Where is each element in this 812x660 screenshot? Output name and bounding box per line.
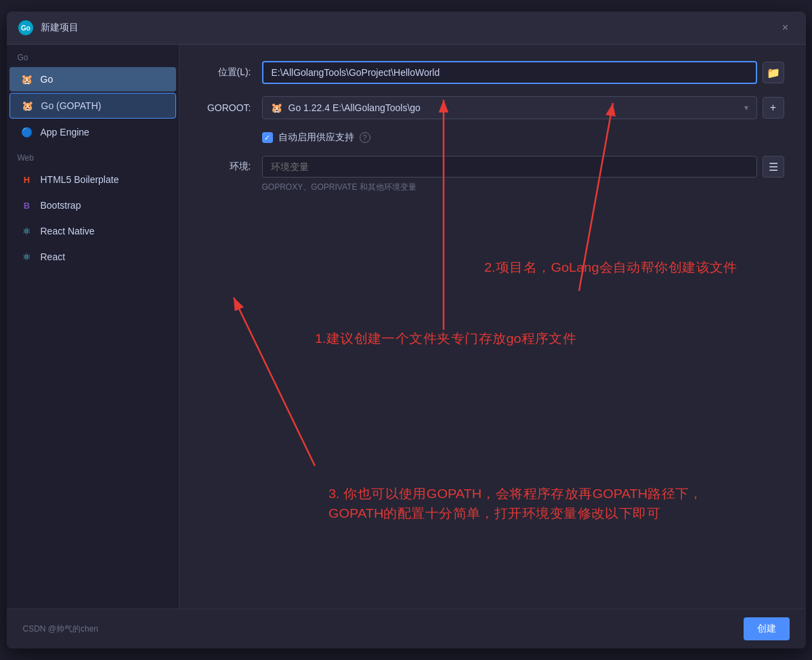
svg-line-5 <box>234 297 315 466</box>
watermark-text: CSDN @帅气的chen <box>23 623 99 635</box>
sidebar-item-react-label: React <box>41 251 66 262</box>
bootstrap-icon: B <box>20 199 34 212</box>
sidebar-item-react[interactable]: ⚛ React <box>9 245 176 269</box>
add-goroot-button[interactable]: + <box>763 97 784 119</box>
add-icon: + <box>770 102 776 114</box>
close-button[interactable]: × <box>776 18 795 37</box>
svg-text:2.项目名，GoLang会自动帮你创建该文件: 2.项目名，GoLang会自动帮你创建该文件 <box>484 260 738 274</box>
browse-button[interactable]: 📁 <box>763 62 784 83</box>
sidebar-item-reactnative-label: React Native <box>41 226 95 236</box>
browse-icon: 📁 <box>767 66 780 79</box>
sidebar-item-bootstrap-label: Bootstrap <box>41 200 81 211</box>
goroot-select-row: 🐹 Go 1.22.4 E:\AllGolangTools\go ▾ + <box>262 96 784 119</box>
chevron-down-icon: ▾ <box>744 103 748 112</box>
sidebar-item-bootstrap[interactable]: B Bootstrap <box>9 193 176 218</box>
location-input-group: 📁 <box>262 61 784 84</box>
form-content: 位置(L): 📁 GOROOT: <box>179 45 806 609</box>
auto-supply-label: 自动启用供应支持 <box>278 131 354 144</box>
svg-text:GOPATH的配置十分简单，打开环境变量修改以下即可: GOPATH的配置十分简单，打开环境变量修改以下即可 <box>328 506 660 521</box>
sidebar-item-appengine-label: App Engine <box>41 127 89 138</box>
html5-icon: H <box>20 173 34 186</box>
env-input-group: ☰ <box>262 156 784 178</box>
sidebar-item-go[interactable]: 🐹 Go <box>9 67 176 91</box>
env-control: ☰ GOPROXY、GOPRIVATE 和其他环境变量 <box>262 156 784 193</box>
sidebar: Go 🐹 Go 🐹 Go (GOPATH) 🔵 App Engine Web H <box>7 45 179 609</box>
title-bar: Go 新建项目 × <box>7 12 806 45</box>
app-logo-icon: Go <box>18 20 34 36</box>
svg-text:3. 你也可以使用GOPATH，会将程序存放再GOPATH路: 3. 你也可以使用GOPATH，会将程序存放再GOPATH路径下， <box>328 487 703 501</box>
env-list-button[interactable]: ☰ <box>763 156 784 178</box>
location-label: 位置(L): <box>201 66 262 79</box>
app-engine-icon: 🔵 <box>20 125 34 139</box>
sidebar-item-html5[interactable]: H HTML5 Boilerplate <box>9 167 176 192</box>
env-row: 环境: ☰ GOPROXY、GOPRIVATE 和其他环境变量 <box>201 156 784 193</box>
react-icon: ⚛ <box>20 250 34 264</box>
svg-text:1.建议创建一个文件夹专门存放go程序文件: 1.建议创建一个文件夹专门存放go程序文件 <box>315 331 576 346</box>
create-button[interactable]: 创建 <box>744 617 790 640</box>
goroot-select[interactable]: 🐹 Go 1.22.4 E:\AllGolangTools\go ▾ <box>262 96 757 119</box>
help-icon[interactable]: ? <box>360 132 370 143</box>
go-icon: 🐹 <box>20 73 34 86</box>
dialog-body: Go 🐹 Go 🐹 Go (GOPATH) 🔵 App Engine Web H <box>7 45 806 609</box>
new-project-dialog: Go 新建项目 × Go 🐹 Go 🐹 Go (GOPATH) � <box>7 12 806 648</box>
sidebar-item-html5-label: HTML5 Boilerplate <box>41 174 119 185</box>
svg-text:Go: Go <box>21 24 30 32</box>
annotations-svg: 1.建议创建一个文件夹专门存放go程序文件 2.项目名，GoLang会自动帮你创… <box>179 45 806 609</box>
checkmark-icon: ✓ <box>264 133 270 142</box>
sidebar-section-web: Web <box>7 145 179 167</box>
dialog-title: 新建项目 <box>41 22 776 34</box>
go-gopath-icon: 🐹 <box>21 99 35 112</box>
env-input[interactable] <box>262 156 757 178</box>
env-label: 环境: <box>201 156 262 173</box>
sidebar-item-app-engine[interactable]: 🔵 App Engine <box>9 120 176 144</box>
location-control: 📁 <box>262 61 784 84</box>
goroot-go-icon: 🐹 <box>271 102 283 114</box>
list-icon: ☰ <box>769 161 778 173</box>
sidebar-item-go-gopath[interactable]: 🐹 Go (GOPATH) <box>9 93 176 119</box>
react-native-icon: ⚛ <box>20 224 34 238</box>
sidebar-item-gopath-label: Go (GOPATH) <box>41 100 102 111</box>
sidebar-item-go-label: Go <box>41 74 54 85</box>
location-row: 位置(L): 📁 <box>201 61 784 84</box>
location-input[interactable] <box>262 61 757 84</box>
goroot-row: GOROOT: 🐹 Go 1.22.4 E:\AllGolangTools\go… <box>201 96 784 119</box>
goroot-control: 🐹 Go 1.22.4 E:\AllGolangTools\go ▾ + <box>262 96 784 119</box>
goroot-select-text: Go 1.22.4 E:\AllGolangTools\go <box>289 102 744 113</box>
auto-supply-row: ✓ 自动启用供应支持 ? <box>201 131 784 144</box>
sidebar-section-go: Go <box>7 45 179 66</box>
dialog-footer: CSDN @帅气的chen 创建 <box>7 609 806 648</box>
goroot-label: GOROOT: <box>201 102 262 113</box>
env-hint: GOPROXY、GOPRIVATE 和其他环境变量 <box>262 182 784 193</box>
dialog-overlay: Go 新建项目 × Go 🐹 Go 🐹 Go (GOPATH) � <box>0 0 812 660</box>
auto-supply-checkbox[interactable]: ✓ <box>262 132 273 143</box>
sidebar-item-react-native[interactable]: ⚛ React Native <box>9 219 176 243</box>
